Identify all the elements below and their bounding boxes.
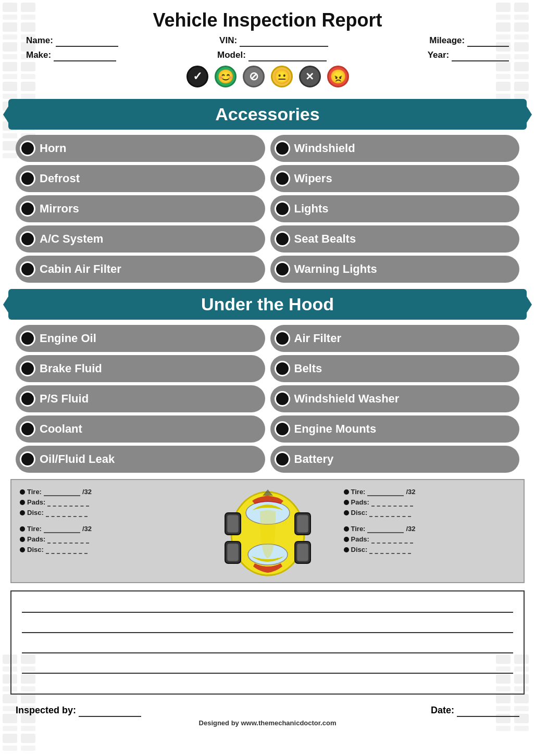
svg-rect-87 (514, 726, 529, 731)
item-ac-system[interactable]: A/C System (16, 225, 265, 253)
item-air-filter-label: Air Filter (294, 332, 341, 345)
item-air-filter[interactable]: Air Filter (270, 325, 520, 352)
item-coolant-circle (20, 421, 35, 437)
item-cabin-label: Cabin Air Filter (40, 262, 121, 276)
item-battery[interactable]: Battery (270, 446, 520, 473)
tire-rl-pads-label: Pads: (27, 535, 45, 543)
tire-rr-disc-row: Disc: (344, 545, 516, 554)
tire-fr-disc-row: Disc: (344, 508, 516, 517)
tire-fl-pads-row: Pads: (20, 498, 192, 507)
item-wipers[interactable]: Wipers (270, 165, 520, 192)
svg-rect-70 (3, 746, 17, 751)
tire-fl-tire-label: Tire: (27, 488, 42, 496)
mileage-input-line[interactable] (467, 35, 509, 47)
item-lights[interactable]: Lights (270, 195, 520, 222)
item-ps-fluid[interactable]: P/S Fluid (16, 385, 265, 412)
item-cabin-circle (20, 261, 35, 277)
item-defrost[interactable]: Defrost (16, 165, 265, 192)
make-input-line[interactable] (54, 50, 116, 61)
tire-fl-tire-blank[interactable] (44, 487, 80, 496)
item-windshield-circle (275, 141, 290, 156)
accessories-grid: Horn Windshield Defrost Wipers Mirrors L… (5, 132, 530, 286)
svg-rect-96 (297, 515, 308, 533)
hood-label: Under the Hood (201, 294, 334, 314)
tire-dot (344, 547, 349, 552)
accessories-label: Accessories (215, 104, 319, 124)
item-horn[interactable]: Horn (16, 135, 265, 162)
tire-col-left: Tire: /32 Pads: Disc: (11, 480, 200, 582)
model-label: Model: (217, 50, 246, 60)
item-mirrors[interactable]: Mirrors (16, 195, 265, 222)
tire-rr-disc-label: Disc: (351, 546, 368, 553)
tire-rl-pads-row: Pads: (20, 535, 192, 544)
header-fields-row2: Make: Model: Year: (10, 50, 525, 61)
name-input-line[interactable] (56, 35, 118, 47)
year-field: Year: (428, 50, 509, 61)
tire-fr-tire-label: Tire: (351, 488, 366, 496)
tire-rr-tire-label: Tire: (351, 525, 366, 533)
notes-section[interactable] (10, 590, 525, 695)
item-engine-mounts[interactable]: Engine Mounts (270, 415, 520, 443)
tire-fl-disc-blank[interactable] (46, 508, 88, 517)
tire-col-right: Tire: /32 Pads: Disc: (335, 480, 524, 582)
item-ac-label: A/C System (40, 232, 103, 246)
svg-rect-86 (496, 726, 511, 731)
item-cabin-air-filter[interactable]: Cabin Air Filter (16, 256, 265, 283)
item-oil-leak-label: Oil/Fluid Leak (40, 452, 115, 466)
item-belts[interactable]: Belts (270, 355, 520, 382)
tire-rr-disc-blank[interactable] (369, 545, 411, 554)
item-oil-fluid-leak[interactable]: Oil/Fluid Leak (16, 446, 265, 473)
year-input-line[interactable] (452, 50, 509, 61)
svg-rect-97 (227, 544, 239, 561)
item-wipers-label: Wipers (294, 172, 332, 185)
tire-rr-tire-row: Tire: /32 (344, 524, 516, 533)
tire-fr-tire-unit: /32 (406, 488, 415, 496)
tire-fr-tire-row: Tire: /32 (344, 487, 516, 496)
tire-rr-tire-unit: /32 (406, 525, 415, 533)
tire-rr-pads-blank[interactable] (371, 535, 413, 544)
item-warning-lights[interactable]: Warning Lights (270, 256, 520, 283)
vin-input-line[interactable] (240, 35, 328, 47)
item-brake-fluid-circle (20, 361, 35, 376)
item-brake-fluid[interactable]: Brake Fluid (16, 355, 265, 382)
vin-label: VIN: (219, 35, 237, 45)
name-field: Name: (26, 35, 118, 47)
tire-rl-pads-blank[interactable] (47, 535, 89, 544)
item-defrost-circle (20, 171, 35, 186)
date-input[interactable] (457, 705, 519, 717)
item-windshield-label: Windshield (294, 142, 355, 155)
tire-dot (20, 500, 25, 505)
notes-line-1 (22, 612, 513, 613)
item-windshield[interactable]: Windshield (270, 135, 520, 162)
credit-text: Designed by www.themechanicdoctor.com (199, 719, 337, 727)
date-field: Date: (431, 705, 519, 717)
tire-fr-tire-blank[interactable] (367, 487, 404, 496)
tire-dot (344, 510, 349, 515)
item-wipers-circle (275, 171, 290, 186)
item-ps-fluid-circle (20, 391, 35, 407)
tire-rl-disc-blank[interactable] (46, 545, 88, 554)
tire-dot (20, 489, 25, 495)
item-seatbelts-circle (275, 231, 290, 247)
item-engine-mounts-label: Engine Mounts (294, 422, 377, 436)
svg-rect-95 (227, 515, 239, 533)
tire-rl-tire-blank[interactable] (44, 524, 80, 533)
year-label: Year: (428, 50, 450, 60)
item-ws-washer-label: Windshield Washer (294, 392, 400, 406)
model-input-line[interactable] (248, 50, 327, 61)
tire-fr-disc-blank[interactable] (369, 508, 411, 517)
item-coolant[interactable]: Coolant (16, 415, 265, 443)
tire-rr-tire-blank[interactable] (367, 524, 404, 533)
tire-rl-tire-unit: /32 (82, 525, 92, 533)
inspected-by-label: Inspected by: (16, 705, 76, 715)
item-seat-belts[interactable]: Seat Bealts (270, 225, 520, 253)
inspected-by-input[interactable] (79, 705, 141, 717)
item-windshield-washer[interactable]: Windshield Washer (270, 385, 520, 412)
tire-fl-pads-blank[interactable] (47, 498, 89, 507)
tire-fr-disc-label: Disc: (351, 509, 368, 516)
item-engine-oil[interactable]: Engine Oil (16, 325, 265, 352)
tire-fl-disc-row: Disc: (20, 508, 192, 517)
tire-fr-pads-blank[interactable] (371, 498, 413, 507)
tire-dot (344, 489, 349, 495)
rating-fair-face-icon: 😐 (271, 66, 293, 87)
